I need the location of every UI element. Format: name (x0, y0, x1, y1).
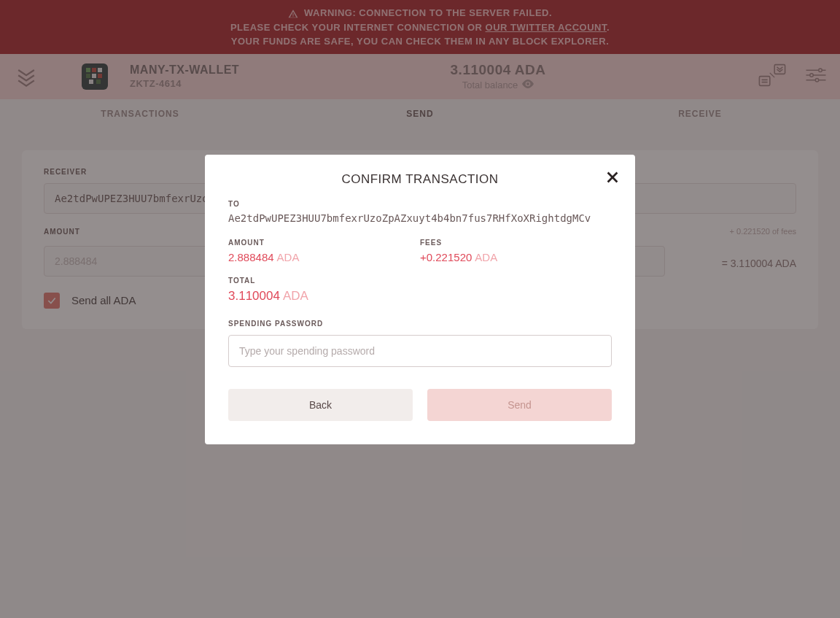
close-icon[interactable] (604, 169, 621, 185)
modal-title: CONFIRM TRANSACTION (228, 172, 612, 187)
modal-total-label: TOTAL (228, 277, 612, 285)
back-button[interactable]: Back (228, 389, 413, 421)
spending-password-input[interactable] (228, 335, 612, 367)
modal-fees-label: FEES (420, 239, 612, 247)
modal-amount-value: 2.888484 (228, 251, 274, 263)
modal-total-value: 3.110004 (228, 289, 280, 303)
modal-total-currency: ADA (283, 289, 308, 303)
confirm-transaction-modal: CONFIRM TRANSACTION TO Ae2tdPwUPEZ3HUU7b… (205, 155, 635, 444)
modal-amount-label: AMOUNT (228, 239, 420, 247)
password-label: SPENDING PASSWORD (228, 320, 612, 328)
to-address: Ae2tdPwUPEZ3HUU7bmfexrUzoZpAZxuyt4b4bn7f… (228, 212, 612, 224)
send-button[interactable]: Send (427, 389, 612, 421)
modal-amount-currency: ADA (277, 251, 300, 263)
to-label: TO (228, 200, 612, 208)
modal-fees-currency: ADA (475, 251, 497, 263)
modal-fees-value: +0.221520 (420, 251, 472, 263)
modal-overlay: CONFIRM TRANSACTION TO Ae2tdPwUPEZ3HUU7b… (0, 0, 840, 618)
